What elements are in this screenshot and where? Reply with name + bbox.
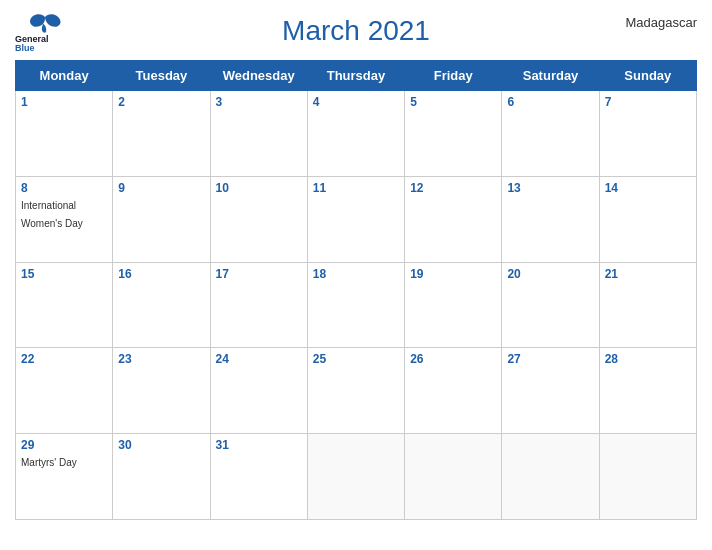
day-number: 3 — [216, 95, 302, 109]
event-label: International Women's Day — [21, 200, 83, 229]
calendar-cell: 27 — [502, 348, 599, 434]
day-number: 12 — [410, 181, 496, 195]
calendar-cell: 23 — [113, 348, 210, 434]
day-number: 7 — [605, 95, 691, 109]
calendar-week-5: 29Martyrs' Day3031 — [16, 434, 697, 520]
day-number: 6 — [507, 95, 593, 109]
day-number: 14 — [605, 181, 691, 195]
day-number: 29 — [21, 438, 107, 452]
calendar-week-2: 8International Women's Day91011121314 — [16, 176, 697, 262]
day-number: 26 — [410, 352, 496, 366]
day-number: 31 — [216, 438, 302, 452]
day-number: 5 — [410, 95, 496, 109]
calendar-cell: 4 — [307, 91, 404, 177]
calendar-cell: 22 — [16, 348, 113, 434]
day-number: 4 — [313, 95, 399, 109]
event-label: Martyrs' Day — [21, 457, 77, 468]
day-number: 1 — [21, 95, 107, 109]
calendar-cell: 19 — [405, 262, 502, 348]
calendar-container: General Blue March 2021 Madagascar Monda… — [0, 0, 712, 550]
day-number: 22 — [21, 352, 107, 366]
day-number: 30 — [118, 438, 204, 452]
svg-text:Blue: Blue — [15, 43, 35, 52]
calendar-cell — [599, 434, 696, 520]
calendar-header: General Blue March 2021 Madagascar — [15, 10, 697, 52]
logo: General Blue — [15, 12, 75, 52]
day-number: 11 — [313, 181, 399, 195]
calendar-cell: 15 — [16, 262, 113, 348]
day-number: 17 — [216, 267, 302, 281]
day-number: 16 — [118, 267, 204, 281]
calendar-cell: 26 — [405, 348, 502, 434]
calendar-week-3: 15161718192021 — [16, 262, 697, 348]
calendar-cell: 5 — [405, 91, 502, 177]
calendar-cell — [405, 434, 502, 520]
day-number: 15 — [21, 267, 107, 281]
month-title: March 2021 — [282, 15, 430, 47]
calendar-cell: 30 — [113, 434, 210, 520]
calendar-cell: 25 — [307, 348, 404, 434]
weekday-thursday: Thursday — [307, 61, 404, 91]
day-number: 24 — [216, 352, 302, 366]
calendar-cell — [307, 434, 404, 520]
calendar-cell: 31 — [210, 434, 307, 520]
day-number: 2 — [118, 95, 204, 109]
calendar-cell: 3 — [210, 91, 307, 177]
weekday-monday: Monday — [16, 61, 113, 91]
day-number: 27 — [507, 352, 593, 366]
calendar-cell: 24 — [210, 348, 307, 434]
country-label: Madagascar — [625, 15, 697, 30]
calendar-cell: 12 — [405, 176, 502, 262]
day-number: 25 — [313, 352, 399, 366]
calendar-cell: 17 — [210, 262, 307, 348]
calendar-cell: 1 — [16, 91, 113, 177]
calendar-cell: 18 — [307, 262, 404, 348]
calendar-cell: 9 — [113, 176, 210, 262]
calendar-cell: 28 — [599, 348, 696, 434]
day-number: 8 — [21, 181, 107, 195]
weekday-header-row: Monday Tuesday Wednesday Thursday Friday… — [16, 61, 697, 91]
day-number: 28 — [605, 352, 691, 366]
logo-svg: General Blue — [15, 12, 75, 52]
calendar-cell: 8International Women's Day — [16, 176, 113, 262]
calendar-cell: 11 — [307, 176, 404, 262]
calendar-cell: 29Martyrs' Day — [16, 434, 113, 520]
calendar-cell: 21 — [599, 262, 696, 348]
calendar-cell: 10 — [210, 176, 307, 262]
weekday-saturday: Saturday — [502, 61, 599, 91]
weekday-friday: Friday — [405, 61, 502, 91]
calendar-cell: 13 — [502, 176, 599, 262]
day-number: 18 — [313, 267, 399, 281]
calendar-week-1: 1234567 — [16, 91, 697, 177]
calendar-cell: 7 — [599, 91, 696, 177]
calendar-table: Monday Tuesday Wednesday Thursday Friday… — [15, 60, 697, 520]
day-number: 20 — [507, 267, 593, 281]
day-number: 10 — [216, 181, 302, 195]
calendar-cell: 6 — [502, 91, 599, 177]
calendar-cell: 16 — [113, 262, 210, 348]
calendar-cell — [502, 434, 599, 520]
day-number: 9 — [118, 181, 204, 195]
calendar-cell: 14 — [599, 176, 696, 262]
weekday-sunday: Sunday — [599, 61, 696, 91]
calendar-week-4: 22232425262728 — [16, 348, 697, 434]
calendar-cell: 2 — [113, 91, 210, 177]
calendar-cell: 20 — [502, 262, 599, 348]
day-number: 19 — [410, 267, 496, 281]
day-number: 23 — [118, 352, 204, 366]
weekday-wednesday: Wednesday — [210, 61, 307, 91]
day-number: 21 — [605, 267, 691, 281]
day-number: 13 — [507, 181, 593, 195]
weekday-tuesday: Tuesday — [113, 61, 210, 91]
